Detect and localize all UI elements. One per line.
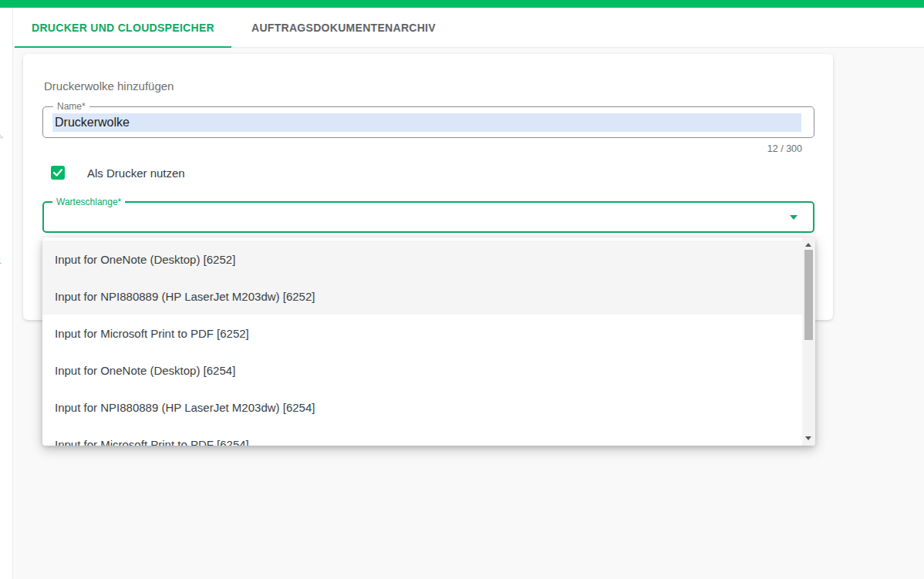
tab-auftragsdokumentenarchiv[interactable]: AUFTRAGSDOKUMENTENARCHIV <box>233 8 454 47</box>
warteschlange-label: Warteschlange* <box>52 197 125 208</box>
scrollbar-down-icon[interactable] <box>805 436 811 440</box>
form-title: Druckerwolke hinzufügen <box>44 79 174 93</box>
sidebar-fragment-icon: 1 <box>0 256 5 265</box>
app-top-accent-bar <box>0 0 924 8</box>
dropdown-option[interactable]: Input for Microsoft Print to PDF [6254] <box>42 426 815 446</box>
name-field-selected-text: Druckerwolke <box>52 113 801 132</box>
name-field[interactable]: Name* Druckerwolke <box>42 106 814 138</box>
dropdown-arrow-icon[interactable] <box>790 215 798 220</box>
dropdown-scrollbar[interactable] <box>802 237 815 446</box>
character-counter: 12 / 300 <box>767 143 802 154</box>
dropdown-option[interactable]: Input for OneNote (Desktop) [6252] <box>42 241 815 278</box>
als-drucker-nutzen-checkbox[interactable] <box>51 166 65 180</box>
als-drucker-nutzen-row: Als Drucker nutzen <box>51 165 185 180</box>
name-field-value: Druckerwolke <box>55 116 130 130</box>
name-field-label: Name* <box>53 101 89 113</box>
dropdown-option[interactable]: Input for NPI880889 (HP LaserJet M203dw)… <box>42 389 815 426</box>
warteschlange-options-panel: Input for OneNote (Desktop) [6252] Input… <box>42 237 815 446</box>
scrollbar-thumb[interactable] <box>804 250 813 340</box>
checkmark-icon <box>53 169 62 177</box>
scrollbar-up-icon[interactable] <box>805 243 811 247</box>
warteschlange-select[interactable]: Warteschlange* <box>42 201 814 233</box>
tab-bar: DRUCKER UND CLOUDSPEICHER AUFTRAGSDOKUME… <box>13 8 924 48</box>
sidebar-fragment-icon: ▏ <box>0 199 5 209</box>
dropdown-option[interactable]: Input for NPI880889 (HP LaserJet M203dw)… <box>42 278 815 315</box>
collapsed-sidebar-sliver[interactable]: ◦ ∿ ▏ 1 <box>0 8 13 579</box>
checkbox-label: Als Drucker nutzen <box>87 167 185 180</box>
tab-drucker-und-cloudspeicher[interactable]: DRUCKER UND CLOUDSPEICHER <box>13 8 233 47</box>
sidebar-fragment-icon: ∿ <box>0 131 5 141</box>
dropdown-option[interactable]: Input for OneNote (Desktop) [6254] <box>42 352 815 389</box>
sidebar-fragment-icon: ◦ <box>0 58 5 67</box>
dropdown-option[interactable]: Input for Microsoft Print to PDF [6252] <box>42 315 815 352</box>
